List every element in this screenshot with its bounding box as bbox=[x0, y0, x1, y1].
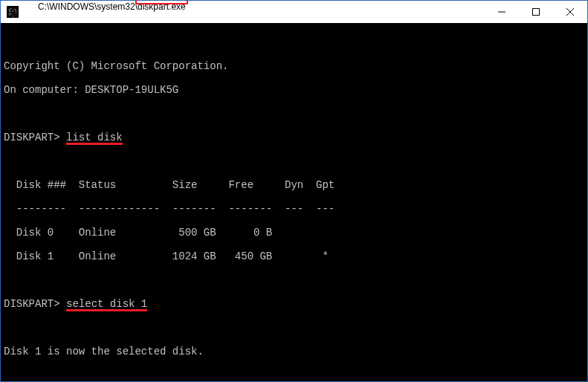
titlebar[interactable]: C:\ >_ C:\WINDOWS\system32\diskpart.exe bbox=[1, 1, 587, 23]
prompt-line: DISKPART> list disk bbox=[4, 132, 584, 143]
prompt: DISKPART> bbox=[4, 132, 60, 143]
terminal-blank bbox=[4, 155, 584, 167]
computer-line: On computer: DESKTOP-19ULK5G bbox=[4, 84, 584, 96]
svg-rect-5 bbox=[533, 9, 540, 16]
minimize-button[interactable] bbox=[485, 1, 519, 23]
cmd-text: list disk bbox=[66, 132, 123, 143]
terminal-body[interactable]: Copyright (C) Microsoft Corporation. On … bbox=[1, 23, 587, 381]
title-path-prefix: C:\WINDOWS\system32\ bbox=[38, 1, 138, 12]
cmd-select-disk: select disk 1 bbox=[66, 298, 147, 310]
title-exe: diskpart.exe bbox=[138, 1, 186, 12]
msg-select-disk: Disk 1 is now the selected disk. bbox=[4, 346, 584, 357]
underline-highlight bbox=[66, 143, 123, 145]
app-icon: C:\ >_ bbox=[7, 6, 19, 18]
maximize-button[interactable] bbox=[519, 1, 553, 23]
copyright-line: Copyright (C) Microsoft Corporation. bbox=[4, 60, 584, 72]
underline-highlight bbox=[66, 309, 147, 311]
cmd-list-disk: list disk bbox=[66, 132, 123, 143]
prompt: DISKPART> bbox=[4, 298, 60, 310]
cmd-text: select disk 1 bbox=[66, 298, 147, 310]
svg-text:>_: >_ bbox=[9, 11, 15, 17]
close-button[interactable] bbox=[553, 1, 587, 23]
computer-name: DESKTOP-19ULK5G bbox=[85, 84, 178, 96]
prompt-line: DISKPART> select disk 1 bbox=[4, 298, 584, 310]
terminal-blank bbox=[4, 274, 584, 286]
disk-table-header: Disk ### Status Size Free Dyn Gpt bbox=[4, 179, 584, 191]
disk-table-row: Disk 1 Online 1024 GB 450 GB * bbox=[4, 250, 584, 262]
terminal-blank bbox=[4, 36, 584, 48]
window: C:\ >_ C:\WINDOWS\system32\diskpart.exe … bbox=[0, 0, 588, 382]
disk-table-row: Disk 0 Online 500 GB 0 B bbox=[4, 227, 584, 239]
terminal-blank bbox=[4, 369, 584, 381]
disk-table-sep: -------- ------------- ------- ------- -… bbox=[4, 203, 584, 215]
terminal-blank bbox=[4, 108, 584, 120]
terminal-blank bbox=[4, 322, 584, 334]
on-computer-label: On computer: bbox=[4, 84, 85, 96]
